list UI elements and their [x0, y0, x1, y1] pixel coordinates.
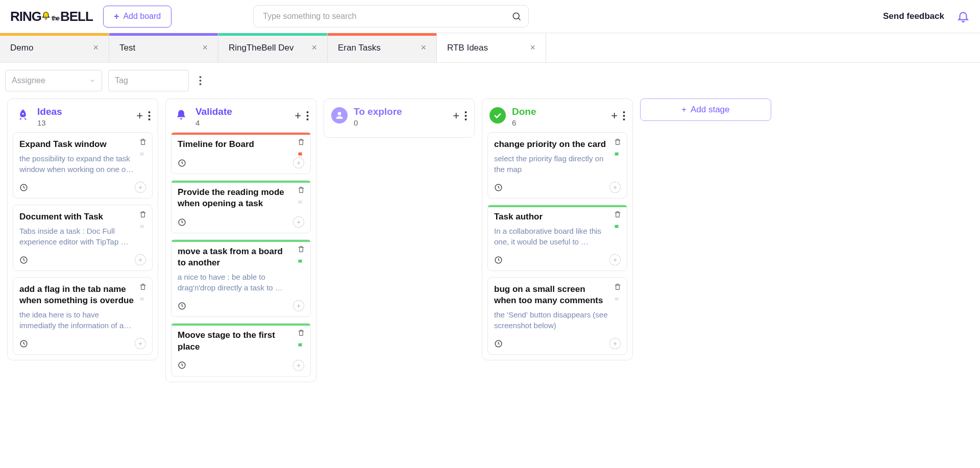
column-header: To explore 0 +	[324, 99, 474, 132]
column-actions: +	[611, 109, 625, 122]
clock-icon[interactable]	[178, 218, 186, 227]
column-title-wrap: To explore 0	[354, 106, 447, 127]
flag-icon[interactable]	[297, 258, 305, 267]
add-assignee-icon[interactable]: +	[293, 360, 304, 371]
flag-icon[interactable]	[138, 296, 147, 305]
card-footer: +	[494, 182, 621, 193]
add-card-icon[interactable]: +	[611, 109, 618, 122]
clock-icon[interactable]	[19, 339, 28, 348]
tag-select[interactable]: Tag	[108, 70, 189, 91]
column-more-icon[interactable]	[464, 111, 467, 121]
column-count: 13	[37, 118, 130, 127]
add-card-icon[interactable]: +	[295, 109, 301, 122]
add-assignee-icon[interactable]: +	[135, 338, 146, 349]
task-card[interactable]: Expand Task window the possibility to ex…	[13, 132, 153, 199]
flag-icon[interactable]	[138, 151, 147, 160]
column-more-icon[interactable]	[148, 111, 151, 121]
card-side-actions	[138, 283, 147, 305]
trash-icon[interactable]	[139, 210, 147, 218]
flag-icon[interactable]	[613, 224, 622, 232]
tab-test[interactable]: Test ×	[109, 33, 218, 62]
trash-icon[interactable]	[297, 245, 305, 253]
clock-icon[interactable]	[178, 361, 186, 370]
clock-icon[interactable]	[19, 256, 28, 264]
card-title: bug on a small screen when too many comm…	[494, 284, 621, 306]
flag-icon[interactable]	[297, 342, 305, 351]
add-card-icon[interactable]: +	[136, 109, 143, 122]
add-assignee-icon[interactable]: +	[135, 254, 146, 265]
column-title: Validate	[195, 106, 288, 117]
tab-eran-tasks[interactable]: Eran Tasks ×	[328, 33, 437, 62]
logo-bell-icon	[40, 11, 52, 22]
notifications-icon[interactable]	[957, 10, 970, 23]
trash-icon[interactable]	[297, 186, 305, 194]
add-assignee-icon[interactable]: +	[135, 182, 146, 193]
card-accent	[172, 181, 310, 183]
task-card[interactable]: move a task from a board to another a ni…	[171, 239, 311, 317]
plus-icon: +	[681, 105, 687, 115]
flag-icon[interactable]	[613, 296, 622, 305]
card-description: Tabs inside a task : Doc Full experience…	[19, 226, 146, 247]
close-icon[interactable]: ×	[421, 42, 426, 53]
trash-icon[interactable]	[614, 138, 622, 146]
column-count: 0	[354, 118, 447, 127]
search-input[interactable]	[253, 5, 529, 28]
task-card[interactable]: bug on a small screen when too many comm…	[487, 277, 627, 355]
send-feedback-link[interactable]: Send feedback	[883, 11, 944, 21]
flag-icon[interactable]	[297, 199, 305, 208]
close-icon[interactable]: ×	[93, 42, 99, 53]
add-board-label: Add board	[123, 12, 161, 21]
clock-icon[interactable]	[494, 183, 503, 192]
clock-icon[interactable]	[178, 302, 186, 310]
column-more-icon[interactable]	[623, 111, 625, 121]
column-count: 4	[195, 118, 288, 127]
board: Ideas 13 + Expand Task window the possib…	[0, 98, 980, 392]
add-assignee-icon[interactable]: +	[609, 254, 621, 265]
add-stage-button[interactable]: +Add stage	[640, 98, 771, 121]
trash-icon[interactable]	[297, 329, 305, 337]
close-icon[interactable]: ×	[530, 42, 535, 53]
logo-ring: RING	[10, 9, 41, 24]
tab-rtb-ideas[interactable]: RTB Ideas ×	[437, 33, 546, 62]
task-card[interactable]: Document with Task Tabs inside a task : …	[13, 205, 153, 271]
close-icon[interactable]: ×	[311, 42, 317, 53]
task-card[interactable]: Provide the reading mode when opening a …	[171, 180, 311, 233]
add-board-button[interactable]: + Add board	[103, 6, 172, 28]
flag-icon[interactable]	[297, 151, 305, 160]
assignee-select[interactable]: Assignee	[5, 70, 102, 91]
cards-list: Expand Task window the possibility to ex…	[8, 132, 158, 360]
flag-icon[interactable]	[613, 151, 622, 160]
svg-point-5	[149, 111, 151, 113]
svg-point-13	[307, 118, 309, 120]
add-assignee-icon[interactable]: +	[293, 216, 304, 228]
add-assignee-icon[interactable]: +	[293, 300, 304, 311]
task-card[interactable]: Timeline for Board +	[171, 132, 311, 174]
flag-icon[interactable]	[138, 224, 147, 232]
trash-icon[interactable]	[139, 138, 147, 146]
column-more-icon[interactable]	[306, 111, 309, 121]
card-side-actions	[297, 245, 305, 267]
trash-icon[interactable]	[139, 283, 147, 291]
card-title: add a flag in the tab name when somethin…	[19, 284, 146, 306]
trash-icon[interactable]	[297, 138, 305, 146]
add-assignee-icon[interactable]: +	[609, 338, 621, 349]
task-card[interactable]: Task author In a collaborative board lik…	[487, 205, 627, 271]
trash-icon[interactable]	[614, 210, 622, 218]
card-side-actions	[613, 138, 622, 160]
clock-icon[interactable]	[494, 339, 503, 348]
tab-ringthebell-dev[interactable]: RingTheBell Dev ×	[218, 33, 328, 62]
trash-icon[interactable]	[614, 283, 622, 291]
tab-demo[interactable]: Demo ×	[0, 33, 109, 62]
task-card[interactable]: Moove stage to the first place +	[171, 323, 311, 376]
close-icon[interactable]: ×	[202, 42, 208, 53]
board-tabs: Demo × Test × RingTheBell Dev × Eran Tas…	[0, 33, 980, 63]
filters-more-icon[interactable]	[195, 71, 206, 90]
clock-icon[interactable]	[494, 256, 503, 264]
search-icon[interactable]	[511, 11, 522, 21]
add-assignee-icon[interactable]: +	[609, 182, 621, 193]
add-card-icon[interactable]: +	[453, 109, 459, 122]
task-card[interactable]: add a flag in the tab name when somethin…	[13, 277, 153, 355]
clock-icon[interactable]	[19, 183, 28, 192]
clock-icon[interactable]	[178, 159, 186, 167]
task-card[interactable]: change priority on the card select the p…	[487, 132, 627, 199]
